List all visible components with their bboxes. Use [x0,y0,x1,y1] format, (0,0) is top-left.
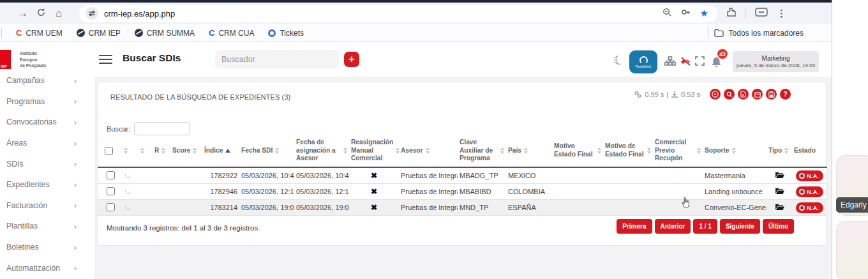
column-header-indice[interactable]: Índice [202,147,239,155]
sort-icon[interactable] [193,147,197,154]
column-header-pais[interactable]: País [506,147,552,155]
url-bar[interactable]: crm-iep.es/app.php ★ [79,5,717,22]
column-header-r[interactable]: R [153,147,170,155]
sort-icon[interactable] [124,147,128,154]
column-header-asesor[interactable]: Asesor [399,147,458,155]
passwords-key-icon[interactable] [681,7,691,20]
phone-slash-icon[interactable] [679,56,692,69]
sort-icon[interactable] [426,147,430,154]
expand-icon[interactable] [695,56,705,68]
table-row[interactable]: 1782922 05/03/2026, 10:43 05/03/2026, 10… [98,168,827,184]
column-header-fecha-asignacion[interactable]: Fecha de asignación a Asesor [294,139,349,163]
browser-menu-icon[interactable]: ⋮ [777,8,786,19]
site-settings-icon[interactable] [86,7,98,20]
url-text[interactable]: crm-iep.es/app.php [104,9,662,19]
sidebar-item-convocatorias[interactable]: Convocatorias› [0,112,94,133]
chevron-right-icon: › [74,139,77,148]
table-row[interactable]: 1783214 05/03/2026, 19:04 05/03/2026, 19… [98,200,827,216]
sidebar-item-plantillas[interactable]: Plantillas› [0,216,94,237]
sort-icon[interactable] [524,147,528,154]
dark-mode-icon[interactable]: ☾ [611,52,626,69]
estado-badge[interactable]: N.A. [796,186,823,197]
row-checkbox[interactable] [107,187,115,195]
run-search-button[interactable] [710,89,721,100]
sort-icon[interactable] [343,147,347,154]
export-file-button[interactable] [738,89,749,100]
context-datetime: jueves, 5 de marzo de 2026, 19:05 [737,63,815,68]
column-header-estado[interactable]: Estado [792,147,827,155]
column-header-motivo-de-ef[interactable]: Motivo de Estado Final [603,142,653,159]
home-icon[interactable]: ⌂ [50,8,68,19]
forward-icon[interactable]: → [14,8,32,19]
column-header-tipo[interactable]: Tipo [767,147,792,155]
pautasdesk-button[interactable]: PautasDesk [629,50,657,73]
bookmarks-bar: C CRM UEM CRM IEP CRM SUMMA C CRM CUA Ti… [0,24,832,42]
pagination-last-button[interactable]: Último [763,219,794,234]
sidebar-item-programas[interactable]: Programas› [0,91,94,112]
iep-logo[interactable]: IEP [0,50,11,69]
bookmark-star-icon[interactable]: ★ [700,8,708,19]
pagination-prev-button[interactable]: Anterior [655,219,691,234]
sort-icon[interactable] [732,147,736,154]
search-button[interactable] [724,89,735,100]
cell-tipo[interactable] [767,187,792,196]
table-filter-input[interactable] [134,122,190,135]
column-header[interactable] [119,147,136,154]
all-bookmarks-button[interactable]: Todos los marcadores [708,28,804,38]
column-header-soporte[interactable]: Soporte [703,147,767,155]
sort-icon[interactable] [697,147,701,154]
column-header[interactable] [136,147,153,154]
pagination-first-button[interactable]: Primera [617,219,652,234]
bookmark-crm-iep[interactable]: CRM IEP [77,29,121,38]
context-box[interactable]: Marketing jueves, 5 de marzo de 2026, 19… [733,51,819,72]
sitemap-icon[interactable] [664,56,676,68]
row-checkbox[interactable] [107,171,115,179]
bookmark-tickets[interactable]: Tickets [268,29,304,38]
row-checkbox[interactable] [107,203,115,211]
sort-icon[interactable] [140,147,144,154]
bookmark-crm-cua[interactable]: C CRM CUA [209,28,254,38]
add-button[interactable]: + [344,52,359,67]
column-header-clave[interactable]: Clave Auxiliar de Programa [458,139,506,163]
cell-tipo[interactable] [767,171,792,180]
bookmark-crm-uem[interactable]: C CRM UEM [16,28,63,38]
save-button[interactable] [766,89,777,100]
browser-profile-icon[interactable] [755,8,768,19]
select-all-checkbox[interactable] [105,147,113,155]
global-search-input[interactable] [215,50,339,69]
extensions-icon[interactable] [726,7,737,20]
pautasdesk-label: PautasDesk [636,65,651,68]
calendar-button[interactable] [752,89,763,100]
column-header-comercial-previo[interactable]: Comercial Previo Recupón [653,139,703,163]
sort-icon[interactable] [597,147,601,154]
column-header-score[interactable]: Score [170,147,202,155]
sidebar-item-areas[interactable]: Áreas› [0,133,94,154]
help-button[interactable]: ? [780,89,791,100]
sidebar-item-sdis[interactable]: SDIs› [0,153,94,174]
estado-badge[interactable]: N.A. [796,202,823,213]
column-header-fecha-sdi[interactable]: Fecha SDI [239,147,294,155]
column-header-motivo-ef[interactable]: Motivo Estado Final [552,142,603,159]
pending-arc-icon [124,204,131,211]
sort-icon[interactable] [784,147,788,154]
sort-icon[interactable] [500,147,504,154]
sidebar-item-automatizacion[interactable]: Automatización› [0,257,94,278]
sort-icon[interactable] [647,147,651,154]
sidebar-item-facturacion[interactable]: Facturación› [0,195,94,216]
cell-tipo[interactable] [767,203,792,212]
zoom-icon[interactable] [662,8,672,20]
sidebar-item-campanas[interactable]: Campañas› [0,70,94,91]
table-row[interactable]: 1782946 05/03/2026, 12:16 05/03/2026, 12… [98,184,827,200]
menu-toggle-icon[interactable] [99,55,112,66]
sort-icon[interactable] [161,147,165,154]
sidebar-item-expedientes[interactable]: Expedientes› [0,174,94,195]
sort-icon[interactable] [275,147,279,154]
bookmark-crm-summa[interactable]: CRM SUMMA [135,29,195,38]
column-header-reasignacion[interactable]: Reasignación Manual Comercial [349,139,399,163]
reload-icon[interactable] [32,8,50,20]
estado-badge[interactable]: N.A. [796,170,823,181]
folder-open-icon [775,187,784,195]
bookmark-label: CRM SUMMA [147,29,195,38]
sidebar-item-boletines[interactable]: Boletines› [0,237,94,258]
pagination-next-button[interactable]: Siguiente [720,219,760,234]
